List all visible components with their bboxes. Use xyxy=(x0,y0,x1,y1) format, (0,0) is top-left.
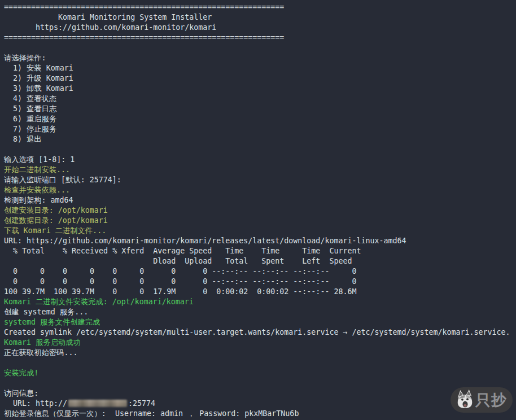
blank-line xyxy=(4,145,516,155)
redacted-host-blur xyxy=(68,400,127,407)
curl-progress-row: 0 0 0 0 0 0 0 0 --:--:-- --:--:-- --:--:… xyxy=(4,266,516,277)
service-started-line: Komari 服务启动成功 xyxy=(4,338,516,348)
menu-item-stop: 7) 停止服务 xyxy=(4,124,516,134)
curl-progress-row: 0 0 0 0 0 0 0 0 --:--:-- --:--:-- --:--:… xyxy=(4,277,516,287)
blank-line xyxy=(4,43,516,53)
blank-line xyxy=(4,378,516,388)
download-binary-line: 下载 Komari 二进制文件... xyxy=(4,226,516,236)
menu-item-upgrade: 2) 升级 Komari xyxy=(4,73,516,84)
menu-item-install: 1) 安装 Komari xyxy=(4,63,516,73)
watermark-badge: 只抄 xyxy=(451,387,513,413)
binary-installed-line: Komari 二进制文件安装完成: /opt/komari/komari xyxy=(4,297,516,307)
menu-item-logs: 5) 查看日志 xyxy=(4,104,516,114)
access-url-prefix: URL: http:// xyxy=(4,399,67,408)
port-prompt-line: 请输入监听端口 [默认: 25774]: xyxy=(4,175,516,185)
create-systemd-line: 创建 systemd 服务... xyxy=(4,307,516,317)
curl-header-row2: Dload Upload Total Spent Left Speed xyxy=(4,256,516,266)
menu-item-restart: 6) 重启服务 xyxy=(4,114,516,124)
symlink-line: Created symlink /etc/systemd/system/mult… xyxy=(4,327,516,338)
check-deps-line: 检查并安装依赖... xyxy=(4,185,516,195)
start-binary-line: 开始二进制安装... xyxy=(4,165,516,175)
installer-title: Komari Monitoring System Installer xyxy=(4,12,516,23)
create-data-dir-line: 创建数据目录: /opt/komari xyxy=(4,216,516,226)
terminal-screen: ========================================… xyxy=(0,0,516,419)
repo-url: https://github.com/komari-monitor/komari xyxy=(4,23,516,33)
choice-input-line: 输入选项 [1-8]: 1 xyxy=(4,155,516,165)
access-url-port: :25774 xyxy=(128,399,155,408)
blank-line xyxy=(4,358,516,368)
menu-item-uninstall: 3) 卸载 Komari xyxy=(4,84,516,94)
separator-line-bottom: ========================================… xyxy=(4,33,516,43)
fetching-password-line: 正在获取初始密码... xyxy=(4,348,516,358)
create-install-dir-line: 创建安装目录: /opt/komari xyxy=(4,205,516,216)
access-url-line: URL: http://:25774 xyxy=(4,399,516,409)
download-url-line: URL: https://github.com/komari-monitor/k… xyxy=(4,236,516,246)
access-info-label: 访问信息: xyxy=(4,388,516,399)
arch-detected-line: 检测到架构: amd64 xyxy=(4,195,516,205)
menu-item-status: 4) 查看状态 xyxy=(4,94,516,104)
systemd-created-line: systemd 服务文件创建完成 xyxy=(4,317,516,327)
curl-header-row1: % Total % Received % Xferd Average Speed… xyxy=(4,246,516,256)
menu-prompt: 请选择操作: xyxy=(4,53,516,63)
curl-progress-row: 100 39.7M 100 39.7M 0 0 17.9M 0 0:00:02 … xyxy=(4,287,516,297)
menu-item-exit: 8) 退出 xyxy=(4,134,516,145)
separator-line-top: ========================================… xyxy=(4,2,516,12)
install-done-line: 安装完成! xyxy=(4,368,516,378)
initial-login-line: 初始登录信息（仅显示一次）: Username: admin ， Passwor… xyxy=(4,409,516,419)
watermark-label: 只抄 xyxy=(475,395,507,405)
husky-mascot-icon xyxy=(456,389,474,412)
